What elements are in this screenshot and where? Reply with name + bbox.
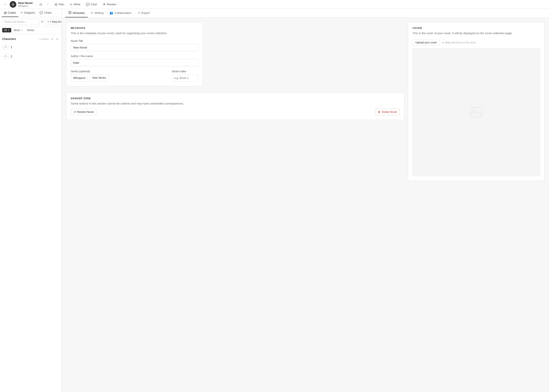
gear-icon: ⚙ — [10, 1, 16, 8]
content-tabs: Metadata ✏ Writing 👥 Collaboration ↗ Exp… — [62, 9, 549, 18]
search-input[interactable] — [2, 19, 39, 25]
list-item[interactable]: 1 — [0, 42, 62, 52]
delete-icon: 🗑 — [378, 111, 381, 113]
author-label: Author / Pen name — [71, 55, 198, 58]
author-input[interactable] — [71, 59, 198, 66]
character-avatar-1 — [3, 44, 9, 50]
characters-section-meta: 2 entries + — [40, 37, 59, 41]
sidebar-content: Characters 2 entries + — [0, 34, 62, 392]
novel-subtitle: Whispers — [18, 5, 33, 7]
delete-novel-button[interactable]: 🗑 Delete Novel — [375, 109, 400, 115]
tab-writing[interactable]: ✏ Writing — [88, 9, 106, 17]
metadata-icon — [68, 11, 71, 15]
drag-drop-text: or drag and drop on the area — [442, 41, 476, 44]
series-select[interactable]: Whispers — [71, 75, 88, 81]
writing-icon: ✏ — [91, 11, 93, 14]
sidebar-tab-snippets[interactable]: ✂ Snippets — [18, 9, 37, 17]
tab-write[interactable]: ✏ Write — [67, 1, 83, 7]
chat-icon: 💬 — [86, 3, 90, 6]
content-body: METADATA This is the metadata of your no… — [62, 18, 549, 392]
character-label-2: 2 — [11, 55, 12, 58]
novel-title-group: Novel Title — [71, 39, 198, 51]
plan-icon: ⊞ — [55, 3, 57, 6]
novel-title-label: Novel Title — [71, 39, 198, 42]
list-item[interactable]: 2 — [0, 52, 62, 61]
novel-title-input[interactable] — [71, 44, 198, 51]
image-placeholder-icon — [469, 105, 483, 119]
sidebar-tab-chats[interactable]: 💬 Chats — [37, 9, 54, 17]
tab-export[interactable]: ↗ Export — [134, 9, 153, 17]
tab-write-label: Write — [74, 3, 80, 6]
delete-label: Delete Novel — [382, 111, 397, 113]
svg-point-8 — [70, 12, 70, 12]
metadata-description: This is the metadata of your novel, used… — [71, 31, 198, 35]
danger-zone-title: DANGER ZONE — [71, 97, 400, 100]
character-avatar-2 — [3, 53, 9, 59]
characters-add-button[interactable]: + — [50, 37, 54, 41]
series-row: Series (optional) Whispers ▾ New Series — [71, 70, 198, 82]
series-group: Series (optional) Whispers ▾ New Series — [71, 70, 170, 82]
restore-icon: ↺ — [74, 111, 76, 113]
filter-tab-all[interactable]: All 2 — [2, 28, 11, 32]
upload-cover-button[interactable]: Upload your cover — [412, 39, 440, 46]
filter-tab-series[interactable]: Series — [25, 28, 36, 32]
tab-review-label: Review — [107, 3, 116, 6]
new-series-button[interactable]: New Series — [90, 74, 109, 81]
snippets-icon: ✂ — [21, 11, 23, 14]
tab-metadata[interactable]: Metadata — [65, 9, 88, 17]
left-column: METADATA This is the metadata of your no… — [66, 22, 404, 120]
filter-tab-all-label: All — [4, 29, 7, 32]
drag-handle: ⋮ — [45, 2, 50, 7]
nav-divider — [35, 2, 35, 7]
top-nav-left: ← ⚙ New Novel Whispers ⊟ ⋮ — [3, 1, 51, 8]
filter-tabs: All 2 Book 2 Series — [0, 27, 62, 34]
metadata-section-title: METADATA — [71, 27, 198, 29]
cover-section-title: COVER — [412, 27, 540, 29]
character-label-1: 1 — [11, 45, 12, 49]
characters-section-count: 2 entries — [40, 38, 49, 40]
novel-title: New Novel — [18, 1, 33, 5]
series-index-group: Series index — [172, 70, 198, 82]
export-icon: ↗ — [138, 11, 140, 14]
tab-chat-label: Chat — [91, 3, 97, 6]
filter-tab-series-label: Series — [27, 29, 35, 32]
tab-collaboration-label: Collaboration — [114, 11, 132, 14]
series-select-row: Whispers ▾ New Series — [71, 74, 170, 82]
filter-tab-all-count: 2 — [8, 29, 9, 32]
filter-button[interactable] — [41, 19, 44, 25]
cover-preview — [412, 48, 540, 176]
new-entry-label: + New Entry — [50, 20, 62, 23]
codex-icon: ▤ — [4, 11, 7, 14]
sidebar-tabs: ▤ Codex ✂ Snippets 💬 Chats — [0, 9, 62, 17]
tab-plan[interactable]: ⊞ Plan — [52, 1, 67, 7]
cover-card: COVER This is the cover of your novel. I… — [408, 22, 545, 181]
filter-tab-book[interactable]: Book 2 — [12, 28, 24, 32]
characters-section-title: Characters — [2, 37, 16, 41]
sidebar-tab-snippets-label: Snippets — [24, 11, 35, 14]
tab-collaboration[interactable]: 👥 Collaboration — [106, 9, 134, 17]
write-icon: ✏ — [70, 3, 73, 6]
new-entry-button[interactable]: + + New Entry — [45, 19, 62, 25]
filter-tab-book-count: 2 — [21, 29, 22, 32]
series-index-label: Series index — [172, 70, 198, 73]
characters-section-header: Characters 2 entries + — [0, 36, 62, 42]
series-label: Series (optional) — [71, 70, 170, 73]
tab-review[interactable]: 👁 Review — [100, 1, 119, 7]
sidebar-tab-codex-label: Codex — [8, 11, 16, 14]
restore-novel-button[interactable]: ↺ Restore Novel — [71, 109, 97, 115]
collapse-button[interactable]: ⊟ — [38, 2, 43, 7]
chats-icon: 💬 — [40, 11, 43, 14]
tab-chat[interactable]: 💬 Chat — [83, 1, 99, 7]
restore-label: Restore Novel — [77, 111, 94, 113]
back-button[interactable]: ← — [3, 2, 8, 7]
sidebar-toolbar: + + New Entry — [0, 17, 62, 27]
sidebar-tab-codex[interactable]: ▤ Codex — [2, 9, 18, 17]
svg-rect-9 — [471, 107, 482, 117]
filter-tab-book-label: Book — [14, 29, 20, 32]
series-select-wrapper: Whispers ▾ — [71, 74, 88, 82]
cover-upload-row: Upload your cover or drag and drop on th… — [412, 39, 540, 46]
series-index-input[interactable] — [172, 74, 198, 82]
novel-info: New Novel Whispers — [18, 1, 33, 7]
danger-zone-actions: ↺ Restore Novel 🗑 Delete Novel — [71, 109, 400, 115]
characters-collapse-button[interactable] — [55, 37, 59, 41]
